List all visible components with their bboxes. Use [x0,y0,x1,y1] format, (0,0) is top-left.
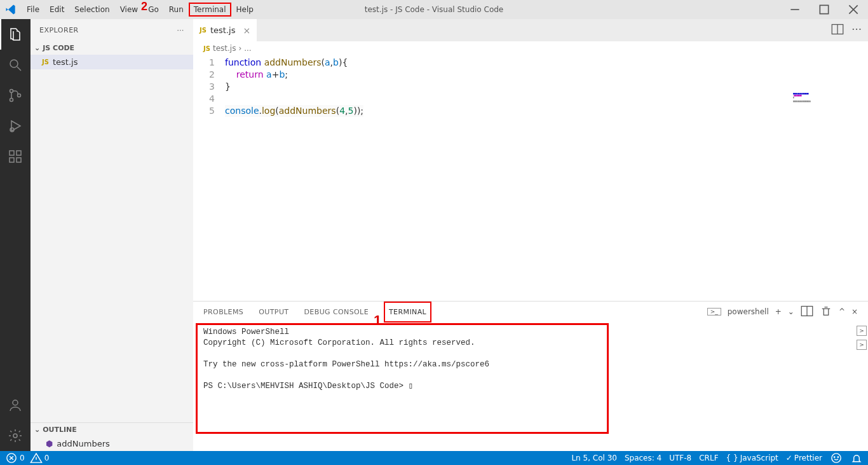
menu-edit[interactable]: Edit [44,3,69,17]
window-title: test.js - JS Code - Visual Studio Code [365,5,503,14]
annotation-2: 2 [141,0,147,13]
svg-point-4 [10,60,18,67]
menu-terminal[interactable]: Terminal [189,3,231,17]
status-bell-icon[interactable] [850,452,863,464]
kill-terminal-icon[interactable] [820,305,832,319]
maximize-panel-icon[interactable]: ^ [839,307,845,316]
chevron-right-icon: › [238,44,241,53]
status-bar: 0 0 Ln 5, Col 30 Spaces: 4 UTF-8 CRLF { … [0,451,868,465]
status-errors[interactable]: 0 [5,452,25,464]
status-feedback-icon[interactable] [830,452,843,464]
explorer-label: EXPLORER [39,26,79,34]
close-tab-icon[interactable]: × [243,25,250,36]
svg-point-25 [834,457,834,457]
svg-rect-11 [10,158,14,162]
menu-view[interactable]: View [115,3,143,17]
tab-more-icon[interactable]: ⋯ [851,23,862,38]
menu-bar: File Edit Selection View Go Run Terminal… [22,3,259,17]
status-encoding[interactable]: UTF-8 [669,454,691,462]
close-button[interactable] [839,0,868,19]
title-bar: File Edit Selection View Go Run Terminal… [0,0,868,19]
panel-tab-output[interactable]: OUTPUT [259,308,288,316]
run-debug-icon[interactable] [0,111,31,141]
code-content[interactable]: function addNumbers(a,b){ return a+b; } … [225,55,363,301]
project-name: JS CODE [43,44,74,52]
svg-rect-12 [17,158,21,162]
source-control-icon[interactable] [0,80,31,111]
chevron-down-icon: ⌄ [34,426,40,434]
split-editor-icon[interactable] [831,23,844,38]
terminal-instance-icon[interactable]: > [857,340,867,350]
menu-help[interactable]: Help [231,3,259,17]
minimap[interactable]: ████████████████ █████████ █████████████… [792,92,868,104]
breadcrumb[interactable]: JS test.js › ... [193,41,868,55]
tab-label: test.js [210,25,235,35]
vscode-icon [0,3,22,16]
panel-tab-problems[interactable]: PROBLEMS [203,308,243,316]
close-panel-icon[interactable]: × [851,307,858,316]
breadcrumb-file: test.js [213,44,236,53]
explorer-icon[interactable] [0,19,31,50]
status-cursor-pos[interactable]: Ln 5, Col 30 [571,454,617,462]
status-error-count: 0 [20,454,25,462]
editor-tabs: JS test.js × ⋯ [193,19,868,41]
shell-name[interactable]: powershell [728,307,769,316]
extensions-icon[interactable] [0,141,31,172]
account-icon[interactable] [0,390,31,420]
svg-rect-1 [820,5,828,13]
file-name: test.js [53,57,78,67]
status-eol[interactable]: CRLF [699,454,718,462]
explorer-sidebar: EXPLORER ⋯ ⌄ JS CODE JS test.js ⌄ OUTLIN… [31,19,193,451]
panel-tab-debug[interactable]: DEBUG CONSOLE [304,308,369,316]
breadcrumb-rest: ... [244,44,251,53]
js-file-icon: JS [200,27,207,34]
js-file-icon: JS [203,45,210,52]
menu-file[interactable]: File [22,3,44,17]
terminal-instance-icon[interactable]: > [857,326,867,336]
svg-point-7 [10,99,13,102]
settings-gear-icon[interactable] [0,420,31,451]
explorer-header: EXPLORER ⋯ [31,19,193,41]
outline-item-name: addNumbers [57,439,109,448]
chevron-down-icon: ⌄ [34,44,40,52]
svg-point-8 [18,94,21,97]
search-icon[interactable] [0,50,31,80]
shell-indicator[interactable]: >_ [707,308,721,316]
svg-rect-13 [17,151,21,155]
file-item-testjs[interactable]: JS test.js [31,55,193,69]
terminal-content[interactable]: Windows PowerShell Copyright (C) Microso… [193,322,868,451]
project-section[interactable]: ⌄ JS CODE [31,41,193,55]
status-language[interactable]: { } JavaScript [726,454,778,462]
outline-label: OUTLINE [43,426,77,434]
menu-run[interactable]: Run [164,3,189,17]
status-spaces[interactable]: Spaces: 4 [625,454,661,462]
panel-tabs: PROBLEMS OUTPUT DEBUG CONSOLE TERMINAL >… [193,302,868,322]
panel-tab-terminal[interactable]: TERMINAL [384,302,431,323]
menu-selection[interactable]: Selection [69,3,114,17]
outline-item[interactable]: ⬢ addNumbers [31,436,193,451]
svg-point-15 [13,434,17,438]
code-editor[interactable]: 12345 function addNumbers(a,b){ return a… [193,55,868,301]
svg-point-6 [10,90,13,93]
activity-bar [0,19,31,451]
maximize-button[interactable] [810,0,839,19]
outline-section[interactable]: ⌄ OUTLINE [31,423,193,436]
split-terminal-icon[interactable] [801,305,813,319]
bottom-panel: PROBLEMS OUTPUT DEBUG CONSOLE TERMINAL >… [193,301,868,451]
svg-point-24 [832,454,841,462]
status-warning-count: 0 [44,454,50,462]
tab-testjs[interactable]: JS test.js × [193,19,257,41]
status-warnings[interactable]: 0 [30,452,50,464]
js-file-icon: JS [42,59,49,66]
svg-point-26 [837,457,838,457]
terminal-dropdown-icon[interactable]: ⌄ [788,307,794,316]
function-cube-icon: ⬢ [46,439,53,448]
explorer-more-icon[interactable]: ⋯ [177,26,185,34]
svg-line-5 [17,67,21,71]
svg-point-14 [13,400,18,405]
minimize-button[interactable] [780,0,810,19]
new-terminal-icon[interactable]: + [775,307,782,316]
status-prettier[interactable]: ✓ Prettier [786,454,822,462]
editor-area: JS test.js × ⋯ JS test.js › ... 12345 fu… [193,19,868,451]
line-numbers: 12345 [193,55,225,301]
